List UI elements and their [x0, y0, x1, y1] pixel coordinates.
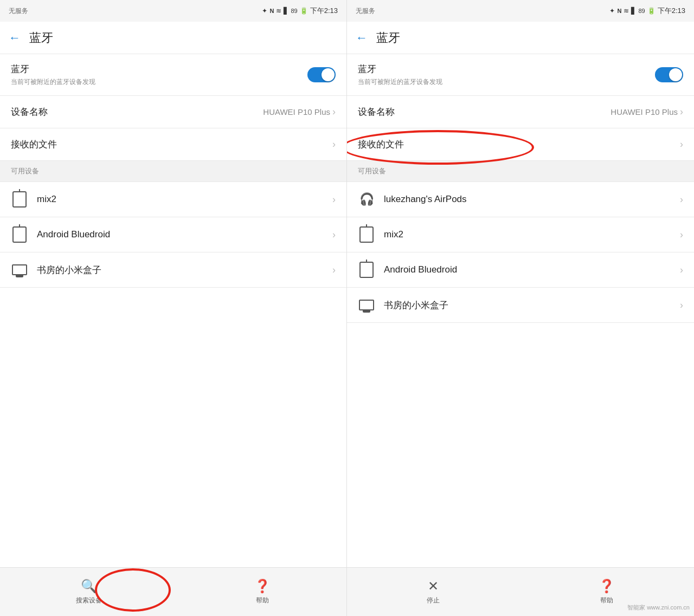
status-right-right: ✦ N ≋ ▋ 89 🔋 下午2:13: [609, 6, 685, 16]
device-name-mibox-right: 书房的小米盒子: [384, 299, 448, 312]
device-item-airpods[interactable]: 🎧 lukezhang's AirPods ›: [347, 182, 694, 217]
device-name-row-left[interactable]: 设备名称 HUAWEI P10 Plus ›: [0, 96, 346, 128]
signal-icon-right: ▋: [631, 7, 636, 15]
received-files-label-left: 接收的文件: [11, 138, 57, 151]
device-name-label-left: 设备名称: [11, 106, 48, 118]
help-button-right[interactable]: ❓ 帮助: [588, 574, 626, 609]
received-files-label-right: 接收的文件: [358, 138, 404, 151]
tv-icon-mibox-right: [358, 296, 375, 314]
nfc-icon-right: N: [617, 8, 621, 14]
bluetooth-section-left: 蓝牙 当前可被附近的蓝牙设备发现: [0, 54, 346, 96]
device-name-mix2-left: mix2: [37, 194, 56, 205]
watermark: 智能家 www.zni.com.cn: [627, 604, 690, 612]
device-name-bluedroid-left: Android Bluedroid: [37, 229, 110, 240]
battery-icon-right: 🔋: [647, 7, 656, 15]
chevron-bluedroid-left: ›: [332, 229, 336, 241]
bt-icon-right: ✦: [609, 7, 615, 15]
status-bar-left: 无服务 ✦ N ≋ ▋ 89 🔋 下午2:13: [0, 0, 346, 22]
bottom-bar-right: ✕ 停止 ❓ 帮助 智能家 www.zni.com.cn: [347, 567, 694, 616]
nfc-icon-left: N: [269, 8, 274, 14]
device-item-mix2-right[interactable]: mix2 ›: [347, 217, 694, 252]
received-files-row-right[interactable]: 接收的文件 ›: [347, 128, 694, 161]
tablet-icon-mix2-left: [11, 191, 28, 208]
help-icon-left: ❓: [254, 579, 271, 594]
received-files-row-left[interactable]: 接收的文件 ›: [0, 128, 346, 161]
device-name-row-right[interactable]: 设备名称 HUAWEI P10 Plus ›: [347, 96, 694, 128]
battery-icon-left: 🔋: [300, 7, 308, 15]
chevron-mibox-left: ›: [332, 264, 336, 276]
header-right: ← 蓝牙: [347, 22, 694, 54]
page-title-left: 蓝牙: [29, 30, 53, 46]
bottom-bar-left: 🔍 搜索设备 ❓ 帮助: [0, 567, 346, 616]
stop-icon: ✕: [428, 579, 439, 594]
device-name-right-left: HUAWEI P10 Plus ›: [263, 106, 336, 118]
bluetooth-sublabel-right: 当前可被附近的蓝牙设备发现: [358, 77, 442, 87]
tablet-icon-bluedroid-right: [358, 261, 375, 278]
device-name-mix2-right: mix2: [384, 229, 403, 240]
available-label-left: 可用设备: [11, 167, 39, 175]
help-label-left: 帮助: [256, 596, 269, 605]
stop-label: 停止: [427, 596, 440, 605]
left-phone-panel: 无服务 ✦ N ≋ ▋ 89 🔋 下午2:13 ← 蓝牙 蓝牙 当前可被附近的蓝…: [0, 0, 347, 616]
device-item-mibox-left[interactable]: 书房的小米盒子 ›: [0, 252, 346, 288]
device-item-mibox-right[interactable]: 书房的小米盒子 ›: [347, 288, 694, 323]
battery-text-right: 89: [638, 8, 645, 14]
search-icon: 🔍: [81, 579, 97, 594]
status-right-left: ✦ N ≋ ▋ 89 🔋 下午2:13: [262, 6, 338, 16]
chevron-icon-files-right: ›: [680, 139, 683, 150]
help-label-right: 帮助: [600, 596, 613, 605]
headphone-icon-airpods: 🎧: [358, 191, 375, 208]
device-name-bluedroid-right: Android Bluedroid: [384, 264, 457, 275]
page-title-right: 蓝牙: [376, 30, 400, 46]
chevron-icon-files-left: ›: [332, 139, 336, 150]
device-item-bluedroid-left[interactable]: Android Bluedroid ›: [0, 217, 346, 252]
status-time-left: 下午2:13: [310, 6, 338, 16]
wifi-icon-left: ≋: [276, 7, 281, 15]
wifi-icon-right: ≋: [624, 7, 629, 15]
back-button-right[interactable]: ←: [356, 31, 368, 45]
tablet-icon-bluedroid-left: [11, 226, 28, 243]
chevron-icon-device-left: ›: [332, 106, 336, 118]
chevron-mibox-right: ›: [680, 300, 683, 311]
tablet-icon-mix2-right: [358, 226, 375, 243]
stop-button[interactable]: ✕ 停止: [416, 574, 451, 609]
bluetooth-toggle-right[interactable]: [655, 67, 683, 82]
search-device-button[interactable]: 🔍 搜索设备: [65, 574, 113, 609]
device-name-label-right: 设备名称: [358, 106, 395, 118]
battery-text-left: 89: [291, 8, 297, 14]
chevron-airpods: ›: [680, 194, 683, 205]
status-no-service-left: 无服务: [9, 7, 28, 16]
device-name-airpods: lukezhang's AirPods: [384, 194, 467, 205]
available-label-right: 可用设备: [358, 167, 386, 175]
available-section-left: 可用设备: [0, 161, 346, 182]
bt-icon-left: ✦: [262, 7, 267, 15]
bluetooth-text-left: 蓝牙 当前可被附近的蓝牙设备发现: [11, 63, 95, 87]
available-section-right: 可用设备: [347, 161, 694, 182]
status-no-service-right: 无服务: [356, 7, 375, 16]
device-item-bluedroid-right[interactable]: Android Bluedroid ›: [347, 252, 694, 288]
chevron-mix2-right: ›: [680, 229, 683, 241]
bluetooth-label-right: 蓝牙: [358, 63, 442, 75]
bluetooth-section-right: 蓝牙 当前可被附近的蓝牙设备发现: [347, 54, 694, 96]
search-device-label: 搜索设备: [76, 596, 102, 605]
chevron-icon-device-right: ›: [680, 106, 683, 118]
bluetooth-sublabel-left: 当前可被附近的蓝牙设备发现: [11, 77, 95, 87]
header-left: ← 蓝牙: [0, 22, 346, 54]
help-button-left[interactable]: ❓ 帮助: [243, 574, 281, 609]
status-bar-right: 无服务 ✦ N ≋ ▋ 89 🔋 下午2:13: [347, 0, 694, 22]
bluetooth-text-right: 蓝牙 当前可被附近的蓝牙设备发现: [358, 63, 442, 87]
content-right: 蓝牙 当前可被附近的蓝牙设备发现 设备名称 HUAWEI P10 Plus › …: [347, 54, 694, 567]
signal-icon-left: ▋: [284, 7, 288, 15]
device-name-mibox-left: 书房的小米盒子: [37, 264, 101, 276]
right-phone-panel: 无服务 ✦ N ≋ ▋ 89 🔋 下午2:13 ← 蓝牙 蓝牙 当前可被附近的蓝…: [347, 0, 694, 616]
status-time-right: 下午2:13: [658, 6, 685, 16]
device-item-mix2-left[interactable]: mix2 ›: [0, 182, 346, 217]
back-button-left[interactable]: ←: [9, 31, 21, 45]
device-name-value-left: HUAWEI P10 Plus: [263, 107, 330, 116]
bluetooth-toggle-left[interactable]: [307, 67, 336, 82]
tv-icon-mibox-left: [11, 261, 28, 278]
help-icon-right: ❓: [599, 579, 615, 594]
chevron-bluedroid-right: ›: [680, 264, 683, 276]
device-name-value-right: HUAWEI P10 Plus: [611, 107, 678, 116]
content-left: 蓝牙 当前可被附近的蓝牙设备发现 设备名称 HUAWEI P10 Plus › …: [0, 54, 346, 567]
